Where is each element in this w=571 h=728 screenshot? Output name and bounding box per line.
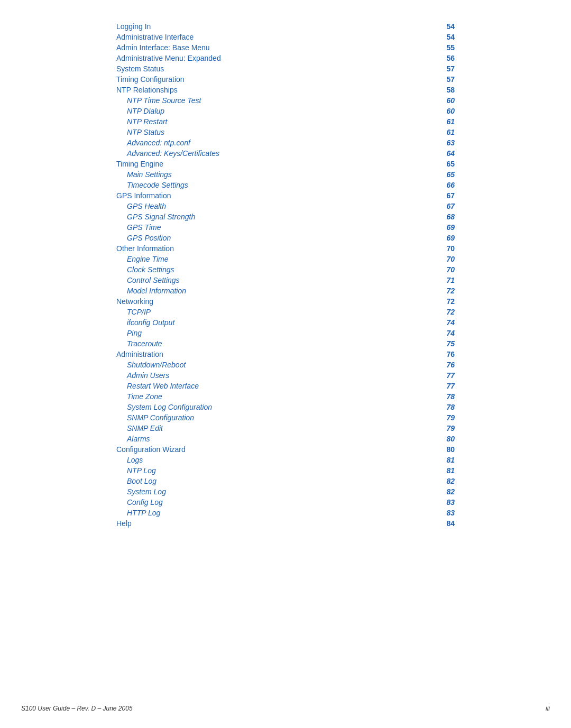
toc-main-label: GPS Information — [116, 191, 171, 200]
toc-page-number: 65 — [446, 160, 455, 168]
toc-row: NTP Log81 — [116, 465, 455, 476]
toc-sub-label: Traceroute — [116, 339, 387, 348]
toc-main-label: Administration — [116, 350, 163, 358]
toc-sub-label: TCP/IP — [116, 308, 387, 316]
toc-sub-label: Logs — [116, 456, 387, 464]
toc-page-number: 69 — [446, 234, 455, 242]
toc-page-number: 69 — [446, 223, 455, 232]
toc-row: Timing Configuration57 — [116, 74, 455, 85]
toc-main-label: Configuration Wizard — [116, 445, 186, 454]
toc-row: NTP Status61 — [116, 127, 455, 137]
toc-main-label: Timing Engine — [116, 160, 163, 168]
toc-page-number: 78 — [446, 403, 455, 411]
toc-row: Logs81 — [116, 455, 455, 465]
toc-row: TCP/IP72 — [116, 307, 455, 317]
toc-page-number: 60 — [446, 107, 455, 115]
toc-sub-label: Alarms — [116, 435, 387, 443]
toc-row: GPS Information67 — [116, 190, 455, 201]
toc-page-number: 83 — [446, 509, 455, 517]
toc-sub-label: NTP Status — [116, 128, 387, 136]
toc-page-number: 60 — [446, 96, 455, 105]
toc-page-number: 54 — [446, 33, 455, 41]
toc-sub-label: Control Settings — [116, 276, 387, 284]
toc-main-label: Timing Configuration — [116, 75, 185, 84]
toc-sub-label: Boot Log — [116, 477, 387, 485]
toc-sub-label: SNMP Configuration — [116, 413, 387, 422]
toc-page-number: 82 — [446, 487, 455, 496]
toc-sub-label: NTP Time Source Test — [116, 96, 387, 105]
toc-table: Logging In54Administrative Interface54Ad… — [116, 21, 455, 529]
toc-row: Ping74 — [116, 328, 455, 338]
toc-page-number: 84 — [446, 519, 455, 528]
toc-page-number: 57 — [446, 64, 455, 73]
toc-row: ifconfig Output74 — [116, 317, 455, 328]
toc-sub-label: SNMP Edit — [116, 424, 387, 432]
footer-left: S100 User Guide – Rev. D – June 2005 — [21, 705, 133, 712]
toc-row: Shutdown/Reboot76 — [116, 360, 455, 370]
toc-page-number: 74 — [446, 329, 455, 337]
toc-row: Help84 — [116, 518, 455, 529]
toc-main-label: NTP Relationships — [116, 86, 178, 94]
toc-main-label: Help — [116, 519, 132, 528]
toc-page-number: 70 — [446, 255, 455, 263]
toc-page-number: 79 — [446, 424, 455, 432]
toc-row: System Log82 — [116, 486, 455, 497]
toc-page-number: 63 — [446, 139, 455, 147]
toc-sub-label: GPS Time — [116, 223, 387, 232]
toc-row: Administrative Menu: Expanded56 — [116, 53, 455, 63]
toc-row: Alarms80 — [116, 434, 455, 444]
toc-page-number: 71 — [446, 276, 455, 284]
toc-page-number: 61 — [446, 128, 455, 136]
toc-sub-label: HTTP Log — [116, 509, 387, 517]
toc-row: Administrative Interface54 — [116, 32, 455, 42]
toc-row: Config Log83 — [116, 497, 455, 508]
toc-row: Admin Users77 — [116, 370, 455, 381]
toc-main-label: System Status — [116, 64, 164, 73]
toc-sub-label: NTP Dialup — [116, 107, 387, 115]
toc-main-label: Administrative Interface — [116, 33, 194, 41]
toc-sub-label: Clock Settings — [116, 265, 387, 274]
toc-row: Traceroute75 — [116, 338, 455, 349]
toc-row: Admin Interface: Base Menu55 — [116, 42, 455, 53]
toc-sub-label: Timecode Settings — [116, 181, 387, 189]
toc-sub-label: Admin Users — [116, 371, 387, 380]
toc-row: System Status57 — [116, 63, 455, 74]
toc-sub-label: Restart Web Interface — [116, 382, 387, 390]
toc-page-number: 81 — [446, 456, 455, 464]
toc-sub-label: Model Information — [116, 287, 387, 295]
toc-sub-label: NTP Log — [116, 466, 387, 475]
toc-sub-label: System Log — [116, 487, 387, 496]
toc-row: Model Information72 — [116, 285, 455, 296]
toc-page-number: 54 — [446, 22, 455, 31]
toc-page-number: 82 — [446, 477, 455, 485]
toc-row: Other Information70 — [116, 243, 455, 254]
toc-page-number: 55 — [446, 43, 455, 52]
toc-page-number: 57 — [446, 75, 455, 84]
toc-page-number: 66 — [446, 181, 455, 189]
toc-row: GPS Time69 — [116, 222, 455, 233]
toc-sub-label: GPS Position — [116, 234, 387, 242]
toc-page-number: 75 — [446, 339, 455, 348]
toc-row: NTP Relationships58 — [116, 85, 455, 95]
toc-page-number: 72 — [446, 297, 455, 306]
toc-sub-label: Advanced: ntp.conf — [116, 139, 387, 147]
toc-row: HTTP Log83 — [116, 508, 455, 518]
toc-row: Time Zone78 — [116, 391, 455, 402]
toc-row: Clock Settings70 — [116, 264, 455, 275]
toc-row: NTP Dialup60 — [116, 106, 455, 116]
toc-row: Restart Web Interface77 — [116, 381, 455, 391]
footer: S100 User Guide – Rev. D – June 2005 iii — [0, 705, 571, 712]
toc-sub-label: Ping — [116, 329, 387, 337]
toc-sub-label: ifconfig Output — [116, 318, 387, 327]
toc-row: Timecode Settings66 — [116, 180, 455, 190]
toc-row: Timing Engine65 — [116, 159, 455, 169]
toc-page-number: 79 — [446, 413, 455, 422]
toc-main-label: Other Information — [116, 244, 174, 253]
footer-right: iii — [546, 705, 550, 712]
toc-page-number: 76 — [446, 361, 455, 369]
toc-page-number: 76 — [446, 350, 455, 358]
toc-page-number: 68 — [446, 213, 455, 221]
toc-row: Advanced: Keys/Certificates64 — [116, 148, 455, 159]
toc-page-number: 77 — [446, 382, 455, 390]
toc-main-label: Admin Interface: Base Menu — [116, 43, 210, 52]
